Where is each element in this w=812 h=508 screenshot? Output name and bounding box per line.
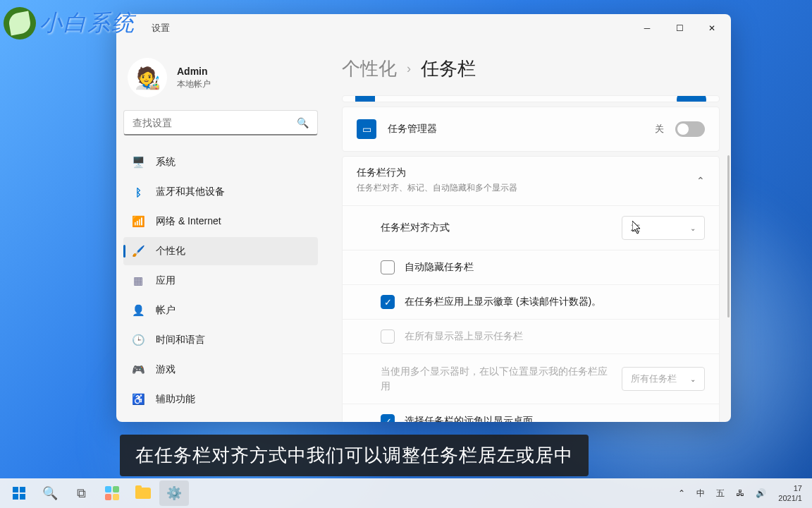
sidebar-item-privacy[interactable]: 🛡️隐私和安全性: [123, 415, 318, 422]
multi-display-dropdown: 所有任务栏 ⌄: [622, 367, 705, 391]
chevron-down-icon: ⌄: [690, 224, 696, 232]
row-autohide[interactable]: 自动隐藏任务栏: [343, 250, 719, 284]
file-explorer-button[interactable]: [128, 480, 158, 506]
multi-display-value: 所有任务栏: [631, 373, 677, 385]
all-displays-label: 在所有显示器上显示任务栏: [405, 330, 705, 343]
row-alignment: 任务栏对齐方式 左 ⌄: [343, 205, 719, 250]
panel-cutoff-top: [342, 95, 720, 102]
search-icon: 🔍: [297, 117, 309, 128]
all-displays-checkbox: [381, 329, 395, 344]
breadcrumb: 个性化 › 任务栏: [342, 56, 720, 81]
user-block[interactable]: 🧑‍🎨 Admin 本地帐户: [123, 49, 318, 110]
breadcrumb-parent[interactable]: 个性化: [342, 56, 397, 81]
sidebar-item-bluetooth[interactable]: ᛒ蓝牙和其他设备: [123, 178, 318, 206]
row-multi-display: 当使用多个显示器时，在以下位置显示我的任务栏应用 所有任务栏 ⌄: [343, 353, 719, 404]
chevron-down-icon: ⌄: [690, 375, 696, 383]
brand-logo-icon: [4, 7, 36, 40]
user-name: Admin: [177, 66, 211, 77]
row-badges[interactable]: ✓ 在任务栏应用上显示徽章 (未读邮件计数器)。: [343, 284, 719, 319]
system-icon: 🖥️: [132, 156, 144, 169]
icon-partial: [355, 95, 375, 102]
wifi-icon: 📶: [132, 215, 144, 228]
apps-icon: ▦: [132, 274, 144, 287]
brand-logo-text: 小白系统: [39, 8, 135, 39]
behavior-subtitle: 任务栏对齐、标记、自动隐藏和多个显示器: [357, 182, 517, 194]
widgets-icon: [105, 486, 119, 500]
folder-icon: [135, 488, 151, 499]
taskbar-clock[interactable]: 17 2021/1: [773, 483, 808, 504]
search-icon: 🔍: [42, 485, 58, 501]
ime-indicator-2[interactable]: 五: [711, 480, 730, 506]
multi-display-label: 当使用多个显示器时，在以下位置显示我的任务栏应用: [381, 364, 612, 394]
task-manager-toggle[interactable]: [675, 121, 705, 137]
brush-icon: 🖌️: [132, 245, 144, 258]
badges-label: 在任务栏应用上显示徽章 (未读邮件计数器)。: [405, 296, 705, 308]
gamepad-icon: 🎮: [132, 363, 144, 376]
scrollbar[interactable]: [727, 155, 730, 318]
behavior-header[interactable]: 任务栏行为 任务栏对齐、标记、自动隐藏和多个显示器 ⌃: [343, 157, 719, 204]
person-icon: 👤: [132, 304, 144, 317]
video-subtitle: 在任务栏对齐方式中我们可以调整任务栏居左或居中: [120, 435, 589, 476]
search-button[interactable]: 🔍: [35, 480, 65, 506]
search-box[interactable]: 🔍: [123, 110, 318, 135]
row-far-corner[interactable]: ✓ 选择任务栏的远角以显示桌面: [343, 404, 719, 422]
behavior-title: 任务栏行为: [357, 167, 517, 179]
sidebar-item-gaming[interactable]: 🎮游戏: [123, 356, 318, 384]
ime-indicator-1[interactable]: 中: [691, 480, 710, 506]
task-view-button[interactable]: ⧉: [66, 480, 96, 506]
panel-taskbar-behavior: 任务栏行为 任务栏对齐、标记、自动隐藏和多个显示器 ⌃ 任务栏对齐方式 左 ⌄: [342, 156, 720, 422]
breadcrumb-current: 任务栏: [421, 56, 476, 81]
volume-icon: 🔊: [756, 488, 766, 498]
far-corner-checkbox[interactable]: ✓: [381, 414, 395, 422]
task-manager-state: 关: [655, 123, 664, 135]
nav-list: 🖥️系统 ᛒ蓝牙和其他设备 📶网络 & Internet 🖌️个性化 ▦应用 👤…: [123, 148, 318, 422]
close-button[interactable]: ✕: [696, 16, 728, 41]
window-title: 设置: [152, 22, 170, 35]
task-manager-label: 任务管理器: [388, 123, 644, 135]
network-icon: 🖧: [736, 488, 744, 498]
bluetooth-icon: ᛒ: [132, 186, 144, 198]
widgets-button[interactable]: [97, 480, 127, 506]
chevron-up-icon: ⌃: [678, 488, 685, 498]
sidebar-item-accounts[interactable]: 👤帐户: [123, 296, 318, 325]
alignment-dropdown[interactable]: 左 ⌄: [622, 216, 705, 240]
badges-checkbox[interactable]: ✓: [381, 295, 395, 309]
search-input[interactable]: [133, 117, 297, 128]
sidebar-item-personalization[interactable]: 🖌️个性化: [123, 237, 318, 265]
toggle-on-partial[interactable]: [677, 95, 706, 102]
clock-icon: 🕒: [132, 334, 144, 346]
settings-window: 设置 ─ ☐ ✕ 🧑‍🎨 Admin 本地帐户 🔍 🖥️系统 ᛒ蓝牙和其他设备: [116, 14, 731, 422]
start-button[interactable]: [4, 480, 34, 506]
brand-logo: 小白系统: [4, 7, 135, 40]
sidebar-item-system[interactable]: 🖥️系统: [123, 148, 318, 176]
gear-icon: ⚙️: [166, 485, 182, 501]
sidebar-item-network[interactable]: 📶网络 & Internet: [123, 207, 318, 236]
task-view-icon: ⧉: [77, 486, 86, 501]
sidebar-item-apps[interactable]: ▦应用: [123, 267, 318, 295]
minimize-button[interactable]: ─: [631, 16, 663, 41]
taskbar: 🔍 ⧉ ⚙️ ⌃ 中 五 🖧 🔊 17 2021/1: [0, 478, 812, 508]
clock-time: 17: [778, 483, 802, 493]
sidebar-item-accessibility[interactable]: ♿辅助功能: [123, 385, 318, 413]
content-area: 个性化 › 任务栏 ▭ 任务管理器 关 任务栏行为: [325, 42, 731, 422]
volume-tray-icon[interactable]: 🔊: [751, 480, 771, 506]
maximize-button[interactable]: ☐: [663, 16, 696, 41]
row-all-displays: 在所有显示器上显示任务栏: [343, 319, 719, 353]
network-tray-icon[interactable]: 🖧: [731, 480, 749, 506]
alignment-label: 任务栏对齐方式: [381, 222, 612, 234]
chevron-up-icon: ⌃: [696, 175, 705, 186]
user-type: 本地帐户: [177, 78, 211, 90]
panel-task-manager: ▭ 任务管理器 关: [342, 107, 720, 152]
clock-date: 2021/1: [778, 493, 802, 503]
accessibility-icon: ♿: [132, 393, 144, 406]
titlebar: 设置 ─ ☐ ✕: [116, 14, 731, 42]
windows-logo-icon: [13, 487, 25, 500]
task-manager-icon: ▭: [357, 119, 376, 139]
tray-overflow-button[interactable]: ⌃: [673, 480, 690, 506]
autohide-label: 自动隐藏任务栏: [405, 261, 705, 274]
settings-taskbar-button[interactable]: ⚙️: [159, 480, 189, 506]
sidebar-item-time-language[interactable]: 🕒时间和语言: [123, 326, 318, 354]
alignment-value: 左: [631, 222, 640, 234]
autohide-checkbox[interactable]: [381, 260, 395, 274]
sidebar: 🧑‍🎨 Admin 本地帐户 🔍 🖥️系统 ᛒ蓝牙和其他设备 📶网络 & Int…: [116, 42, 325, 422]
